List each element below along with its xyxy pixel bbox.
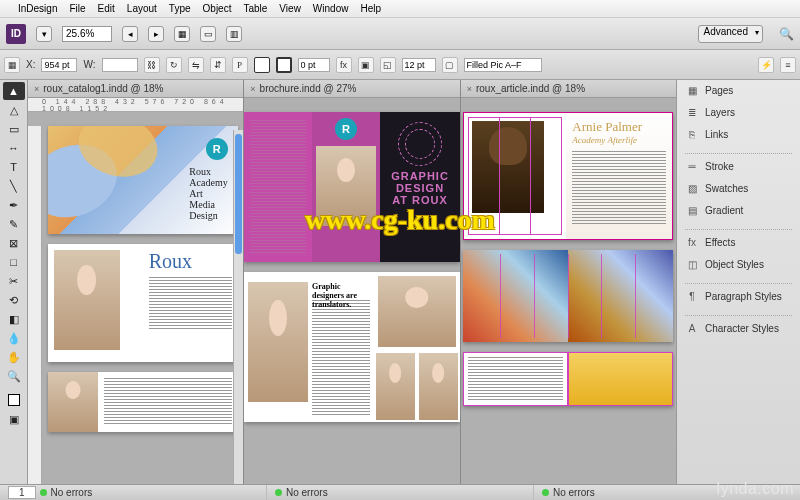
nav-down-icon[interactable]: ▾ [36, 26, 52, 42]
gradient-tool-icon[interactable]: ◧ [3, 310, 25, 328]
thumb-photo-1 [376, 353, 415, 420]
menu-help[interactable]: Help [360, 3, 381, 14]
menu-file[interactable]: File [69, 3, 85, 14]
cover-title: Roux Academy Art Media Design [189, 166, 227, 221]
pasteboard[interactable]: R Roux Academy Art Media Design Roux [28, 112, 243, 484]
photographer-photo [316, 146, 376, 226]
arrange-docs-icon[interactable]: ▥ [226, 26, 242, 42]
page-nav-field[interactable]: 1 [8, 486, 36, 499]
corner-icon[interactable]: ◱ [380, 57, 396, 73]
direct-selection-tool-icon[interactable]: △ [3, 101, 25, 119]
transform-tool-icon[interactable]: ⟲ [3, 291, 25, 309]
doc-tab-label: roux_article.indd @ 18% [476, 83, 585, 94]
article-name: Arnie Palmer [572, 119, 666, 135]
panel-layers[interactable]: ≣Layers [677, 102, 800, 124]
paragraph-icon[interactable]: P [232, 57, 248, 73]
hand-tool-icon[interactable]: ✋ [3, 348, 25, 366]
menu-type[interactable]: Type [169, 3, 191, 14]
brochure-spread-1[interactable]: R GRAPHIC DESIGN AT ROUX [244, 112, 459, 262]
quick-apply-icon[interactable]: ⚡ [758, 57, 774, 73]
fill-stroke-icon[interactable] [3, 391, 25, 409]
stroke-weight-field[interactable] [298, 58, 330, 72]
zoom-tool-icon[interactable]: 🔍 [3, 367, 25, 385]
zoom-level-field[interactable] [62, 26, 112, 42]
pt-field[interactable] [402, 58, 436, 72]
eyedropper-tool-icon[interactable]: 💧 [3, 329, 25, 347]
nav-prev-icon[interactable]: ◂ [122, 26, 138, 42]
line-tool-icon[interactable]: ╲ [3, 177, 25, 195]
menu-table[interactable]: Table [243, 3, 267, 14]
w-field[interactable] [102, 58, 138, 72]
effects-icon[interactable]: fx [336, 57, 352, 73]
panel-object-styles[interactable]: ◫Object Styles [677, 254, 800, 276]
panel-pages[interactable]: ▦Pages [677, 80, 800, 102]
selection-tool-icon[interactable]: ▲ [3, 82, 25, 100]
nav-next-icon[interactable]: ▸ [148, 26, 164, 42]
fill-swatch-icon[interactable] [254, 57, 270, 73]
panel-dock: ▦Pages ≣Layers ⎘Links ═Stroke ▨Swatches … [676, 80, 800, 484]
gap-tool-icon[interactable]: ↔ [3, 139, 25, 157]
close-icon[interactable]: × [467, 84, 472, 94]
pencil-tool-icon[interactable]: ✎ [3, 215, 25, 233]
ruler-vertical [28, 126, 42, 484]
doc-tab-brochure[interactable]: × brochure.indd @ 27% [244, 80, 459, 98]
pasteboard[interactable]: Arnie Palmer Academy Afterlife [461, 98, 676, 484]
layers-icon: ≣ [685, 106, 699, 120]
menu-view[interactable]: View [279, 3, 301, 14]
panel-paragraph-styles[interactable]: ¶Paragraph Styles [677, 286, 800, 308]
menu-layout[interactable]: Layout [127, 3, 157, 14]
doc-tab-article[interactable]: × roux_article.indd @ 18% [461, 80, 676, 98]
rectangle-tool-icon[interactable]: □ [3, 253, 25, 271]
spread-3[interactable] [48, 372, 238, 432]
article-spread-1[interactable]: Arnie Palmer Academy Afterlife [463, 112, 673, 240]
menu-window[interactable]: Window [313, 3, 349, 14]
panel-effects[interactable]: fxEffects [677, 232, 800, 254]
texture-art-left [463, 250, 568, 342]
x-field[interactable] [41, 58, 77, 72]
stroke-swatch-icon[interactable] [276, 57, 292, 73]
spread-roux[interactable]: Roux [48, 244, 238, 362]
panel-label: Links [705, 129, 728, 140]
close-icon[interactable]: × [250, 84, 255, 94]
panel-swatches[interactable]: ▨Swatches [677, 178, 800, 200]
preflight-status: No errors [553, 487, 595, 498]
article-spread-3[interactable] [463, 352, 673, 406]
panel-links[interactable]: ⎘Links [677, 124, 800, 146]
pasteboard[interactable]: R GRAPHIC DESIGN AT ROUX [244, 98, 459, 484]
rectangle-frame-tool-icon[interactable]: ⊠ [3, 234, 25, 252]
doc-tab-catalog[interactable]: × roux_catalog1.indd @ 18% [28, 80, 243, 98]
panel-separator [685, 148, 792, 154]
constrain-icon[interactable]: ⛓ [144, 57, 160, 73]
flip-h-icon[interactable]: ⇋ [188, 57, 204, 73]
menu-indesign[interactable]: InDesign [18, 3, 57, 14]
workspace-switcher[interactable]: Advanced [698, 25, 763, 43]
ref-point-icon[interactable]: ▦ [4, 57, 20, 73]
pen-tool-icon[interactable]: ✒ [3, 196, 25, 214]
menu-edit[interactable]: Edit [98, 3, 115, 14]
screen-mode-icon[interactable]: ▭ [200, 26, 216, 42]
model-photo-1 [54, 250, 120, 350]
rotate-icon[interactable]: ↻ [166, 57, 182, 73]
placeholder-text [104, 378, 232, 426]
scissors-tool-icon[interactable]: ✂ [3, 272, 25, 290]
panel-gradient[interactable]: ▤Gradient [677, 200, 800, 222]
search-icon[interactable]: 🔍 [779, 27, 794, 41]
article-spread-2[interactable] [463, 250, 673, 342]
type-tool-icon[interactable]: T [3, 158, 25, 176]
screen-mode-tool-icon[interactable]: ▣ [3, 410, 25, 428]
document-area: × roux_catalog1.indd @ 18% 0 144 288 432… [28, 80, 676, 484]
object-style-dropdown[interactable] [464, 58, 542, 72]
menu-object[interactable]: Object [203, 3, 232, 14]
spread-cover[interactable]: R Roux Academy Art Media Design [48, 126, 238, 234]
view-options-icon[interactable]: ▦ [174, 26, 190, 42]
panel-stroke[interactable]: ═Stroke [677, 156, 800, 178]
fit-frame-icon[interactable]: ▢ [442, 57, 458, 73]
close-icon[interactable]: × [34, 84, 39, 94]
flip-v-icon[interactable]: ⇵ [210, 57, 226, 73]
text-wrap-icon[interactable]: ▣ [358, 57, 374, 73]
brochure-spread-2[interactable]: Graphic designers are translators. [244, 272, 459, 422]
panel-menu-icon[interactable]: ≡ [780, 57, 796, 73]
page-tool-icon[interactable]: ▭ [3, 120, 25, 138]
scrollbar-vertical[interactable] [233, 130, 243, 484]
panel-character-styles[interactable]: ACharacter Styles [677, 318, 800, 340]
